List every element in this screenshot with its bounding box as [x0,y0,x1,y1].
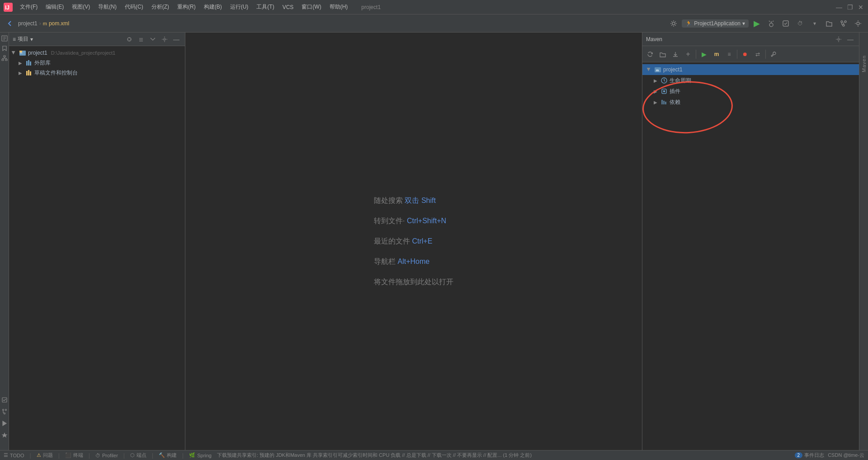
panel-action-locate[interactable] [124,34,134,44]
status-tab-problems[interactable]: ⚠ 问题 [37,452,53,459]
left-icon-bookmark[interactable] [0,44,9,52]
problems-label: 问题 [43,452,53,459]
menu-navigate[interactable]: 导航(N) [94,1,120,13]
menu-build[interactable]: 构建(B) [200,1,226,13]
maven-transfer-button[interactable]: ⇄ [752,48,764,60]
tree-label-project1: project1 [28,50,47,56]
status-sep-3: | [89,452,90,459]
maven-open-button[interactable] [657,48,669,60]
maven-run-button[interactable]: ▶ [698,48,710,60]
menu-help[interactable]: 帮助(H) [326,1,352,13]
maven-close-button[interactable]: — [845,34,855,44]
tree-arrow-scratch: ▶ [17,70,24,76]
menu-tools[interactable]: 工具(T) [253,1,278,13]
maven-panel-title: Maven [646,36,832,42]
maven-skip-button[interactable]: ≡ [723,48,735,60]
panel-action-close[interactable]: — [171,34,181,44]
build-label: 构建 [167,452,177,459]
maven-label-project1: project1 [663,66,683,73]
editor-area: 随处搜索 双击 Shift 转到文件· Ctrl+Shift+N 最近的文件 C… [185,33,642,450]
status-tab-spring[interactable]: 🌿 Spring [189,452,212,458]
settings-gear-button[interactable] [852,17,864,30]
left-icon-run[interactable] [0,419,9,427]
module-icon: m [19,49,26,56]
left-icon-todo[interactable] [0,396,9,404]
tree-arrow-external-lib: ▶ [17,60,24,66]
menu-window[interactable]: 窗口(W) [298,1,325,13]
menu-analyze[interactable]: 分析(Z) [148,1,173,13]
menu-file[interactable]: 文件(F) [16,1,41,13]
maven-item-plugins[interactable]: ▶ 插件 [642,86,859,97]
menu-run[interactable]: 运行(U) [226,1,252,13]
left-icon-star[interactable] [0,431,9,439]
tree-item-project1[interactable]: ▶ m project1 D:\Java\idea_project\projec… [9,48,185,58]
panel-action-collapse-all[interactable] [148,34,158,44]
maven-tree: ▶ m project1 ▶ [642,62,859,450]
minimize-button[interactable]: — [835,4,843,11]
maven-record-button[interactable]: ⏺ [739,48,751,60]
event-log-label: 事件日志 [804,452,824,459]
status-tab-profiler[interactable]: ⏱ Profiler [95,453,118,458]
scratch-icon [25,69,33,76]
close-button[interactable]: ✕ [857,4,864,11]
menu-edit[interactable]: 编辑(E) [42,1,67,13]
run-config-label: Project1Application [694,20,741,27]
back-button[interactable] [4,17,16,30]
panel-title-label: 项目 [18,35,28,43]
maven-item-project1[interactable]: ▶ m project1 [642,64,859,75]
left-icon-project[interactable] [0,34,9,42]
breadcrumb-file[interactable]: pom.xml [49,20,69,27]
maven-settings-button[interactable] [834,34,844,44]
svg-marker-17 [3,421,6,426]
maven-item-lifecycle[interactable]: ▶ 生命周期 [642,75,859,86]
svg-rect-10 [4,56,5,57]
todo-label: TODO [10,453,24,458]
svg-point-5 [841,21,843,23]
svg-point-3 [769,23,773,27]
maven-download-button[interactable] [670,48,681,60]
settings-button[interactable] [667,17,680,30]
maven-wrench-button[interactable] [768,48,779,60]
status-tab-build[interactable]: 🔨 构建 [159,452,177,459]
vcs-button[interactable] [837,17,850,30]
menu-refactor[interactable]: 重构(R) [174,1,199,13]
debug-button[interactable] [765,17,778,30]
maven-m-button[interactable]: m [711,48,722,60]
profile-button[interactable]: ⏱ [794,17,807,30]
event-log-button[interactable]: 2 事件日志 [795,452,825,459]
panel-action-expand-all[interactable] [136,34,146,44]
status-bar: ☰ TODO | ⚠ 问题 | ⬛ 终端 | ⏱ Profiler | ⬡ 端点… [0,450,868,460]
tree-item-scratch[interactable]: ▶ 草稿文件和控制台 [9,68,185,78]
status-tab-endpoints[interactable]: ⬡ 端点 [130,452,146,459]
maven-item-dependencies[interactable]: ▶ 依赖 [642,97,859,108]
run-button[interactable]: ▶ [750,17,763,30]
left-icon-structure[interactable] [0,54,9,62]
status-tab-todo[interactable]: ☰ TODO [4,452,24,458]
maven-vertical-label[interactable]: Maven [861,55,867,72]
project-panel-header: ≡ 项目 ▾ [9,33,185,46]
open-folder-button[interactable] [823,17,835,30]
maven-arrow-project1: ▶ [646,66,652,73]
maven-add-button[interactable]: + [682,48,694,60]
status-tab-terminal[interactable]: ⬛ 终端 [65,452,83,459]
project-panel-title[interactable]: ≡ 项目 ▾ [13,35,33,43]
panel-action-settings[interactable] [160,34,170,44]
svg-marker-18 [1,432,7,438]
tree-item-external-lib[interactable]: ▶ 外部库 [9,58,185,68]
menu-view[interactable]: 视图(V) [68,1,94,13]
svg-rect-25 [28,60,29,66]
spring-icon: 🌿 [189,452,195,458]
endpoints-icon: ⬡ [130,452,135,458]
run-config-selector[interactable]: 🏃 Project1Application ▾ [682,19,749,28]
menu-vcs[interactable]: VCS [279,2,297,12]
maven-refresh-button[interactable] [644,48,656,60]
breadcrumb-project[interactable]: project1 [18,20,38,27]
left-icon-git[interactable] [0,408,9,416]
maven-panel: Maven — [642,33,859,450]
more-run-button[interactable]: ▾ [808,17,821,30]
menu-code[interactable]: 代码(C) [121,1,147,13]
maximize-button[interactable]: ❐ [846,4,854,11]
svg-rect-24 [26,61,28,66]
project-tree: ▶ m project1 D:\Java\idea_project\projec… [9,46,185,450]
coverage-button[interactable] [779,17,792,30]
